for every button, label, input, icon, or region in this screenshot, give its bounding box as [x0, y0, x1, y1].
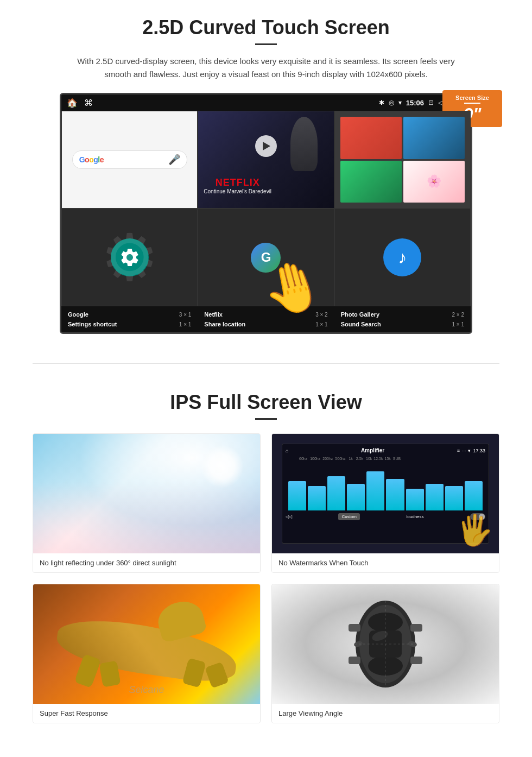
eq-bar-fill-2 — [327, 476, 345, 510]
loudness-label: loudness — [407, 514, 424, 519]
svg-rect-9 — [349, 657, 360, 664]
share-label: Share location — [204, 321, 245, 327]
settings-size: 1 × 1 — [179, 321, 192, 327]
eq-bar-fill-9 — [465, 481, 483, 510]
freq-60hz: 60hz — [299, 457, 307, 460]
eq-bar-fill-5 — [386, 479, 404, 511]
freq-25k: 2.5k — [356, 457, 363, 460]
eq-bar-fill-6 — [406, 489, 424, 511]
car-image — [272, 584, 499, 704]
svg-rect-10 — [410, 657, 422, 664]
netflix-branding: NETFLIX Continue Marvel's Daredevil — [204, 177, 271, 194]
eq-bar-5 — [386, 462, 404, 510]
eq-bar-0 — [288, 462, 306, 510]
usb-icon: ⌘ — [84, 98, 93, 108]
badge-label: Screen Size — [449, 94, 496, 101]
amp-time: 17:33 — [473, 448, 485, 453]
netflix-play-button[interactable] — [255, 135, 277, 157]
amp-wifi-icon: ▾ — [468, 448, 471, 453]
freq-125k: 12.5k — [373, 457, 383, 460]
google-size: 3 × 1 — [179, 312, 192, 318]
netflix-subtitle: Continue Marvel's Daredevil — [204, 188, 271, 194]
photo-gallery-cell[interactable]: 🌸 — [334, 111, 471, 209]
freq-10k: 10k — [366, 457, 372, 460]
eq-bar-3 — [347, 462, 365, 510]
music-note-icon: ♪ — [398, 248, 407, 268]
mic-icon[interactable]: 🎤 — [168, 154, 180, 166]
eq-bars-container — [286, 462, 485, 510]
eq-bar-9 — [465, 462, 483, 510]
eq-bar-2 — [327, 462, 345, 510]
share-label-cell: Share location 1 × 1 — [198, 319, 334, 329]
app-labels-row: Google 3 × 1 Netflix 3 × 2 Photo Gallery… — [61, 306, 471, 332]
freq-200hz: 200hz — [322, 457, 333, 460]
title-underline — [255, 43, 277, 45]
cheetah-image: Seicane — [33, 584, 260, 704]
amp-title: Amplifier — [361, 447, 384, 453]
section1-title: 2.5D Curved Touch Screen — [33, 16, 499, 39]
device-mockup: Screen Size 9" 🏠 ⌘ ✱ ◎ ▾ 15:06 ⊡ ◁) ⊠ — [60, 93, 472, 334]
gallery-thumb-2 — [403, 117, 465, 159]
sunlight-image — [33, 434, 260, 553]
section1-desc: With 2.5D curved-display screen, this de… — [76, 55, 456, 81]
amp-icons: ≡ ··· ▾ 17:33 — [457, 448, 485, 453]
eq-bar-4 — [366, 462, 384, 510]
eq-bar-fill-0 — [288, 481, 306, 510]
cheetah-caption: Super Fast Response — [33, 704, 260, 723]
settings-bg-circles: ⚙ — [62, 209, 197, 306]
bluetooth-icon: ✱ — [379, 99, 384, 106]
gallery-thumb-3 — [340, 161, 402, 203]
camera-icon[interactable]: ⊡ — [428, 99, 434, 106]
gallery-size: 2 × 2 — [452, 312, 464, 318]
amp-back-icon[interactable]: ◁◁ — [286, 514, 292, 519]
sound-label: Sound Search — [341, 321, 381, 327]
share-size: 1 × 1 — [315, 321, 328, 327]
freq-100hz: 100hz — [310, 457, 320, 460]
netflix-app-cell[interactable]: NETFLIX Continue Marvel's Daredevil — [198, 111, 334, 209]
netflix-size: 3 × 2 — [315, 312, 328, 318]
section2-underline — [255, 418, 277, 420]
amplifier-image: ⌂ Amplifier ≡ ··· ▾ 17:33 60hz 100hz — [272, 434, 499, 553]
google-search-bar[interactable]: Google 🎤 — [72, 150, 187, 169]
share-location-cell[interactable]: G 🤚 — [198, 209, 334, 306]
sound-icon: ♪ — [383, 238, 421, 276]
location-icon: ◎ — [389, 99, 394, 106]
status-time: 15:06 — [406, 99, 424, 107]
eq-bar-fill-8 — [445, 486, 463, 510]
eq-bar-fill-4 — [366, 471, 384, 510]
svg-rect-7 — [349, 624, 360, 632]
sound-search-cell[interactable]: ♪ — [334, 209, 471, 306]
settings-label: Settings shortcut — [68, 321, 117, 327]
cheetah-head — [154, 597, 207, 643]
eq-bar-8 — [445, 462, 463, 510]
eq-bar-fill-3 — [347, 484, 365, 511]
netflix-label: Netflix — [204, 311, 223, 318]
home-icon[interactable]: 🏠 — [67, 98, 78, 108]
cheetah-card: Seicane Super Fast Response — [33, 584, 261, 723]
freq-15k: 15k — [384, 457, 390, 460]
section-ips: IPS Full Screen View No light reflecting… — [0, 380, 532, 740]
freq-1k: 1k — [349, 457, 352, 460]
daredevil-silhouette — [290, 117, 318, 171]
maps-g-letter: G — [261, 250, 271, 265]
seicane-watermark: Seicane — [129, 684, 164, 696]
wifi-icon: ▾ — [398, 99, 402, 106]
amp-top-bar: ⌂ Amplifier ≡ ··· ▾ 17:33 — [286, 447, 485, 453]
custom-button[interactable]: Custom — [338, 513, 360, 520]
eq-bar-fill-1 — [308, 486, 326, 510]
gallery-label-cell: Photo Gallery 2 × 2 — [334, 310, 471, 319]
eq-bar-7 — [426, 462, 444, 510]
google-logo: Google — [79, 155, 104, 164]
status-bar: 🏠 ⌘ ✱ ◎ ▾ 15:06 ⊡ ◁) ⊠ ▭ — [61, 94, 471, 111]
status-left: 🏠 ⌘ — [67, 98, 93, 108]
eq-bar-fill-7 — [426, 484, 444, 511]
settings-app-cell[interactable]: ⚙ — [61, 209, 198, 306]
gallery-grid: 🌸 — [340, 117, 465, 203]
freq-500hz: 500hz — [335, 457, 345, 460]
section-divider — [33, 363, 499, 364]
section2-title: IPS Full Screen View — [33, 391, 499, 414]
sound-label-cell: Sound Search 1 × 1 — [334, 319, 471, 329]
freq-sub: SUB — [393, 457, 401, 460]
google-app-cell[interactable]: Google 🎤 — [61, 111, 198, 209]
google-label-cell: Google 3 × 1 — [61, 310, 198, 319]
